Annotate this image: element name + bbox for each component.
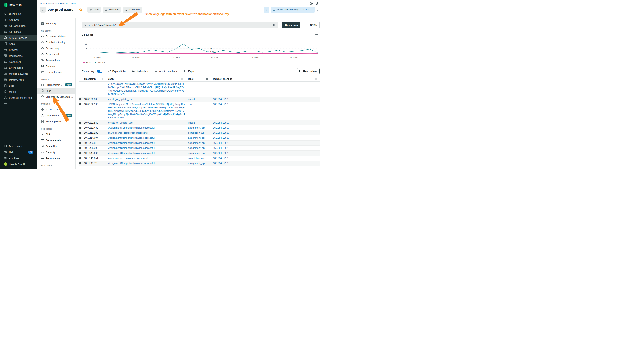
time-back-button[interactable] (264, 7, 269, 13)
sidebar-item-add-user[interactable]: Add User (0, 155, 37, 161)
favorite-star-icon[interactable] (79, 8, 82, 12)
help-circle-icon[interactable] (310, 2, 313, 5)
workloads-button[interactable]: Workloads (123, 7, 142, 13)
ip-link[interactable]: 169.254.129.1 (213, 131, 228, 134)
log-row[interactable]: 10:09:31.439 AssignmentCompletionMutatio… (79, 125, 320, 130)
breadcrumb-apm-services[interactable]: APM & Services (40, 2, 57, 5)
subnav-item-external-services[interactable]: External services (37, 69, 75, 75)
row-expand-marker[interactable] (80, 122, 81, 124)
subnav-item-distributed-tracing[interactable]: Distributed tracing (37, 39, 75, 45)
sidebar-item-apm-services[interactable]: APM & Services (0, 35, 37, 41)
subnav-item-vulnerability-management[interactable]: Vulnerability Management (37, 94, 75, 100)
sidebar-item-help[interactable]: Help70 (0, 149, 37, 155)
event-link[interactable]: AssignmentCompletionMutation successful (108, 136, 155, 139)
expand-table-button[interactable]: Expand table (108, 70, 126, 73)
log-row[interactable]: 10:09:20.895 create_or_update_user impor… (79, 97, 320, 102)
sidebar-item-logs[interactable]: Logs (0, 83, 37, 89)
log-row[interactable]: 10:10:49.051 mark_course_completion succ… (79, 156, 320, 161)
more-options-icon[interactable] (315, 33, 318, 37)
ip-link[interactable]: 169.254.129.1 (213, 152, 228, 154)
sidebar-item-infrastructure[interactable]: Infrastructure (0, 77, 37, 83)
log-row[interactable]: 10:10:23.815 AssignmentCompletionMutatio… (79, 141, 320, 146)
subnav-item-recommendations[interactable]: Recommendations (37, 33, 75, 39)
new-relic-logo[interactable]: new relic. (0, 0, 37, 9)
label-link[interactable]: import (188, 121, 195, 124)
remove-column-icon[interactable] (181, 78, 183, 80)
row-expand-marker[interactable] (80, 98, 81, 100)
event-link[interactable]: AssignmentCompletionMutation successful (108, 126, 155, 129)
sidebar-item-add-data[interactable]: Add Data (0, 17, 37, 23)
label-link[interactable]: assignment_api (188, 136, 205, 139)
log-row[interactable]: 10:10:13.235 mark_course_completion succ… (79, 130, 320, 136)
ip-link[interactable]: 169.254.129.1 (213, 147, 228, 149)
sidebar-item-more[interactable] (0, 101, 37, 107)
subnav-item-service-levels[interactable]: Service levels (37, 137, 75, 143)
log-row[interactable]: 10:11:00.311 AssignmentCompletionMutatio… (79, 161, 320, 166)
metadata-button[interactable]: Metadata (103, 7, 121, 13)
add-column-button[interactable]: Add column (132, 70, 149, 73)
sidebar-item-synthetic-monitoring[interactable]: Synthetic Monitoring (0, 95, 37, 101)
ip-link[interactable]: 169.254.129.1 (213, 136, 228, 139)
row-expand-marker[interactable] (80, 127, 81, 129)
sidebar-item-all-entities[interactable]: All Entities (0, 29, 37, 35)
log-row[interactable]: 10:09:22.540 create_or_update_user impor… (79, 120, 320, 125)
event-link[interactable]: mark_course_completion successful (108, 157, 148, 159)
log-row[interactable]: JUQVU&code=eyJraWQiOiJjcGltY29yZV8wOTl1M… (79, 82, 320, 97)
log-search-box[interactable] (82, 22, 278, 29)
row-expand-marker[interactable] (80, 157, 81, 159)
breadcrumb-services-apm[interactable]: Services - APM (60, 2, 76, 5)
ip-link[interactable]: 169.254.129.1 (213, 126, 228, 129)
event-link[interactable]: AssignmentCompletionMutation successful (108, 147, 155, 149)
log-row[interactable]: 10:09:22.196 <ASGIRequest: GET '/sso/cal… (79, 102, 320, 120)
remove-column-icon[interactable] (206, 78, 208, 80)
event-link[interactable]: create_or_update_user (108, 98, 133, 101)
row-expand-marker[interactable] (80, 142, 81, 144)
subnav-item-logs[interactable]: Logs (37, 88, 75, 94)
subnav-item-errors-inbox[interactable]: Errors (errors inb...New (37, 82, 75, 88)
label-link[interactable]: assignment_api (188, 152, 205, 154)
nrql-button[interactable]: NRQL (303, 22, 320, 29)
row-expand-marker[interactable] (80, 137, 81, 139)
event-link[interactable]: create_or_update_user (108, 121, 133, 124)
sidebar-item-quick-find[interactable]: Quick Find (0, 11, 37, 17)
sidebar-item-apps[interactable]: Apps (0, 41, 37, 47)
row-expand-marker[interactable] (80, 132, 81, 134)
label-link[interactable]: assignment_api (188, 126, 205, 129)
sidebar-item-account[interactable]: Iterativ GmbH (0, 161, 37, 167)
permalink-icon[interactable] (316, 2, 319, 5)
time-picker[interactable]: Since 30 minutes ago (GMT+2) (271, 7, 315, 13)
tags-button[interactable]: Tags (87, 7, 100, 13)
sidebar-item-alerts-ai[interactable]: Alerts & AI (0, 59, 37, 65)
log-search-input[interactable] (89, 24, 271, 27)
event-link[interactable]: JUQVU&code=eyJraWQiOiJjcGltY29yZV8wOTl1M… (108, 83, 184, 96)
add-to-dashboard-button[interactable]: Add to dashboard (155, 70, 178, 73)
subnav-item-service-map[interactable]: Service map (37, 45, 75, 51)
label-column-header[interactable]: label (188, 77, 213, 81)
label-link[interactable]: completion_api (188, 157, 204, 159)
log-row[interactable]: 10:10:44.066 AssignmentCompletionMutatio… (79, 151, 320, 156)
subnav-item-summary[interactable]: Summary (37, 21, 75, 26)
event-column-header[interactable]: event (108, 77, 188, 81)
log-row[interactable]: 10:10:35.305 AssignmentCompletionMutatio… (79, 146, 320, 151)
ip-link[interactable]: 169.254.129.1 (213, 121, 228, 124)
event-link[interactable]: AssignmentCompletionMutation successful (108, 152, 155, 154)
subnav-item-issues-activity[interactable]: Issues & activity (37, 107, 75, 113)
event-link[interactable]: <ASGIRequest: GET '/sso/callback/?state=… (108, 103, 186, 119)
label-link[interactable]: assignment_api (188, 147, 205, 149)
expand-logs-toggle-group[interactable]: Expand logs (82, 70, 102, 73)
remove-column-icon[interactable] (315, 78, 317, 80)
title-chevron-down-icon[interactable] (74, 9, 77, 11)
ip-link[interactable]: 169.254.129.1 (213, 142, 228, 144)
subnav-item-performance[interactable]: Performance (37, 155, 75, 161)
clear-search-icon[interactable] (273, 24, 276, 26)
row-expand-marker[interactable] (80, 162, 81, 164)
legend-all-logs[interactable]: All Logs (95, 61, 105, 64)
sidebar-item-errors-inbox[interactable]: Errors Inbox (0, 65, 37, 71)
label-link[interactable]: completion_api (188, 131, 204, 134)
label-link[interactable]: assignment_api (188, 142, 205, 144)
row-expand-marker[interactable] (80, 103, 81, 105)
row-expand-marker[interactable] (80, 147, 81, 149)
log-row[interactable]: 10:10:14.094 AssignmentCompletionMutatio… (79, 136, 320, 141)
ip-link[interactable]: 169.254.129.1 (213, 103, 228, 106)
logs-timeseries-chart[interactable]: 05101510:15am10:20am10:25am10:30am10:35a… (82, 37, 320, 60)
